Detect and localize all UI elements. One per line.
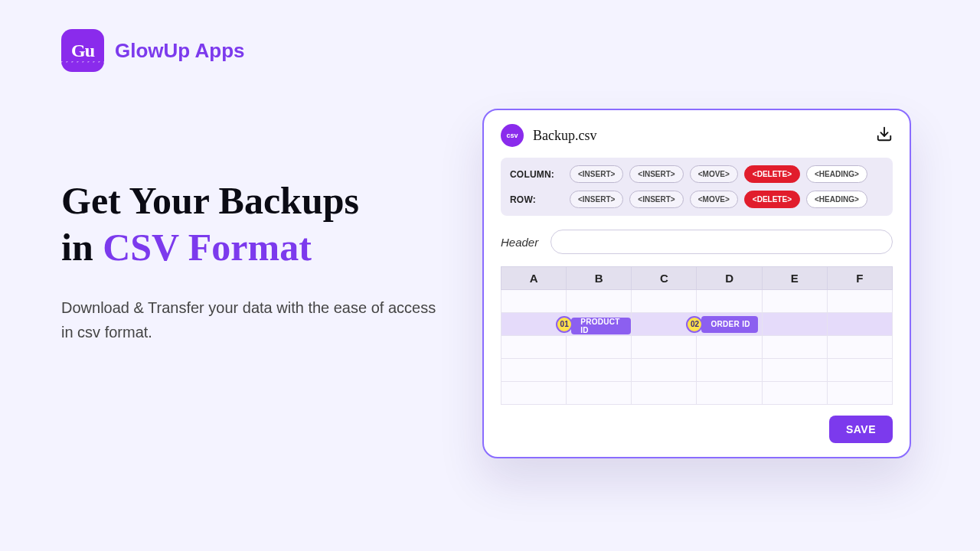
cell[interactable] bbox=[567, 359, 632, 382]
brand-badge: Gu bbox=[61, 29, 104, 72]
cell[interactable] bbox=[697, 359, 762, 382]
csv-icon: csv bbox=[501, 124, 524, 147]
col-header[interactable]: C bbox=[632, 267, 697, 290]
brand-badge-text: Gu bbox=[71, 41, 94, 61]
cell[interactable] bbox=[501, 290, 567, 313]
cell[interactable] bbox=[762, 313, 827, 336]
column-heading-button[interactable]: <HEADING> bbox=[806, 165, 867, 183]
cell[interactable] bbox=[632, 336, 697, 359]
cell[interactable] bbox=[632, 359, 697, 382]
hero-title-accent: CSV Format bbox=[103, 226, 312, 269]
col-header[interactable]: A bbox=[501, 267, 567, 290]
cell[interactable] bbox=[827, 359, 892, 382]
hero-section: Get Your Backups in CSV Format Download … bbox=[61, 178, 444, 344]
save-button[interactable]: SAVE bbox=[829, 416, 893, 443]
table-row bbox=[501, 290, 893, 313]
table-row bbox=[501, 382, 893, 405]
cell[interactable] bbox=[762, 336, 827, 359]
card-header: csv Backup.csv bbox=[501, 124, 893, 147]
cell[interactable]: 01 PRODUCT ID bbox=[567, 313, 632, 336]
cell[interactable] bbox=[827, 382, 892, 405]
row-label: ROW: bbox=[510, 194, 570, 205]
table-row bbox=[501, 359, 893, 382]
header-field-row: Header bbox=[501, 230, 893, 254]
brand-name: GlowUp Apps bbox=[115, 39, 244, 63]
cell[interactable] bbox=[697, 382, 762, 405]
cell[interactable] bbox=[762, 382, 827, 405]
cell[interactable] bbox=[567, 336, 632, 359]
cell[interactable] bbox=[827, 290, 892, 313]
cell-chip-product-id[interactable]: PRODUCT ID bbox=[571, 318, 631, 334]
cell[interactable] bbox=[567, 382, 632, 405]
cell[interactable] bbox=[632, 382, 697, 405]
header-input[interactable] bbox=[550, 230, 893, 254]
cell[interactable]: 02 ORDER ID bbox=[697, 313, 762, 336]
col-header[interactable]: B bbox=[567, 267, 632, 290]
column-insert-button[interactable]: <INSERT> bbox=[570, 165, 623, 183]
cell[interactable] bbox=[632, 290, 697, 313]
hero-title: Get Your Backups in CSV Format bbox=[61, 178, 444, 271]
file-name: Backup.csv bbox=[533, 128, 596, 144]
step-badge: 01 bbox=[556, 316, 573, 333]
column-label: COLUMN: bbox=[510, 169, 570, 180]
cell-chip-order-id[interactable]: ORDER ID bbox=[701, 316, 757, 333]
column-delete-button[interactable]: <DELETE> bbox=[744, 165, 800, 183]
csv-editor-card: csv Backup.csv COLUMN: <INSERT> <INSERT>… bbox=[482, 109, 911, 458]
row-actions: <INSERT> <INSERT> <MOVE> <DELETE> <HEADI… bbox=[570, 191, 884, 208]
column-insert-button-2[interactable]: <INSERT> bbox=[629, 165, 683, 183]
row-insert-button-2[interactable]: <INSERT> bbox=[629, 191, 683, 208]
hero-title-line1: Get Your Backups bbox=[61, 179, 359, 222]
header-label: Header bbox=[501, 236, 538, 249]
action-controls: COLUMN: <INSERT> <INSERT> <MOVE> <DELETE… bbox=[501, 158, 893, 216]
column-actions: <INSERT> <INSERT> <MOVE> <DELETE> <HEADI… bbox=[570, 165, 884, 183]
row-insert-button[interactable]: <INSERT> bbox=[570, 191, 623, 208]
brand-logo: Gu GlowUp Apps bbox=[61, 29, 244, 72]
row-move-button[interactable]: <MOVE> bbox=[690, 191, 738, 208]
file-label: csv Backup.csv bbox=[501, 124, 596, 147]
step-badge: 02 bbox=[686, 316, 703, 333]
cell[interactable] bbox=[762, 290, 827, 313]
cell[interactable] bbox=[567, 290, 632, 313]
column-header-row: A B C D E F bbox=[501, 267, 893, 290]
col-header[interactable]: F bbox=[827, 267, 892, 290]
spreadsheet: A B C D E F 01 PRODUCT ID 02 bbox=[501, 266, 893, 405]
cell[interactable] bbox=[697, 290, 762, 313]
table-row-highlight: 01 PRODUCT ID 02 ORDER ID bbox=[501, 313, 893, 336]
cell[interactable] bbox=[827, 313, 892, 336]
row-delete-button[interactable]: <DELETE> bbox=[744, 191, 800, 208]
cell[interactable] bbox=[501, 336, 567, 359]
table-row bbox=[501, 336, 893, 359]
cell[interactable] bbox=[827, 336, 892, 359]
download-icon[interactable] bbox=[876, 126, 893, 145]
row-heading-button[interactable]: <HEADING> bbox=[806, 191, 867, 208]
hero-subtitle: Download & Transfer your data with the e… bbox=[61, 295, 444, 344]
col-header[interactable]: D bbox=[697, 267, 762, 290]
hero-title-line2-prefix: in bbox=[61, 226, 103, 269]
cell[interactable] bbox=[501, 359, 567, 382]
column-move-button[interactable]: <MOVE> bbox=[690, 165, 738, 183]
cell[interactable] bbox=[501, 382, 567, 405]
cell[interactable] bbox=[697, 336, 762, 359]
col-header[interactable]: E bbox=[762, 267, 827, 290]
cell[interactable] bbox=[762, 359, 827, 382]
save-row: SAVE bbox=[501, 416, 893, 443]
